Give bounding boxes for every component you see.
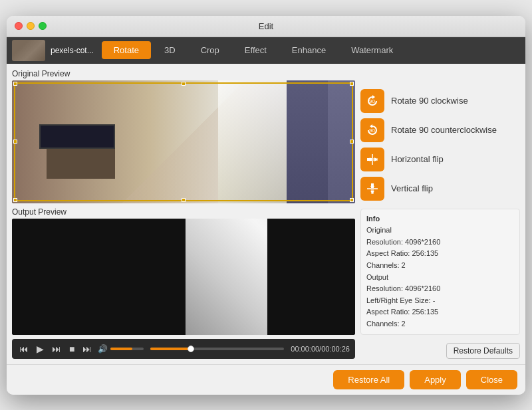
file-name: pexels-cot... — [51, 46, 94, 55]
svg-text:90: 90 — [369, 128, 375, 134]
rotate-ccw-label: Rotate 90 counterclockwise — [391, 125, 497, 135]
selection-border — [14, 82, 353, 201]
playback-controls: ⏮ ▶ ⏭ ■ ⏭ 🔊 00:00:00/00:00:26 — [12, 339, 355, 359]
output-preview-label: Output Preview — [12, 207, 355, 217]
svg-marker-10 — [370, 183, 374, 187]
handle-br — [350, 198, 354, 202]
maximize-traffic-light[interactable] — [39, 22, 47, 30]
end-button[interactable]: ⏭ — [80, 342, 94, 356]
right-panel: 90 Rotate 90 clockwise 90 Rotate 90 coun… — [360, 69, 520, 359]
restore-all-button[interactable]: Restore All — [333, 370, 404, 389]
original-preview-section: Original Preview — [12, 69, 355, 203]
volume-bar[interactable] — [110, 348, 144, 350]
original-room-scene — [12, 80, 355, 203]
info-output-aspect: Aspect Ratio: 256:135 — [366, 306, 514, 318]
info-output-title: Output — [366, 272, 514, 284]
handle-tl — [13, 82, 17, 86]
progress-bar[interactable] — [150, 348, 284, 350]
minimize-traffic-light[interactable] — [27, 22, 35, 30]
hflip-label: Horizontal flip — [391, 154, 444, 164]
tab-bar: Rotate 3D Crop Effect Enhance Watermark — [102, 41, 520, 59]
tab-enhance[interactable]: Enhance — [280, 41, 338, 59]
handle-bl — [13, 198, 17, 202]
rotate-cw-label: Rotate 90 clockwise — [391, 96, 468, 106]
vflip-label: Vertical flip — [391, 183, 433, 193]
handle-tr — [350, 82, 354, 86]
traffic-lights — [15, 22, 47, 30]
rotate-ccw-icon: 90 — [360, 118, 384, 142]
tab-effect[interactable]: Effect — [233, 41, 279, 59]
svg-marker-11 — [370, 191, 374, 194]
rotate-options: 90 Rotate 90 clockwise 90 Rotate 90 coun… — [360, 69, 520, 201]
output-scene — [12, 219, 355, 335]
main-window: Edit pexels-cot... Rotate 3D Crop Effect… — [7, 16, 525, 395]
svg-text:90: 90 — [369, 98, 375, 104]
rotate-cw-button[interactable]: 90 Rotate 90 clockwise — [360, 89, 520, 113]
toolbar: pexels-cot... Rotate 3D Crop Effect Enha… — [7, 37, 525, 64]
info-original-aspect: Aspect Ratio: 256:135 — [366, 248, 514, 260]
restore-defaults-button[interactable]: Restore Defaults — [446, 343, 520, 359]
apply-button[interactable]: Apply — [410, 370, 461, 389]
info-output-channels: Channels: 2 — [366, 318, 514, 330]
window-title: Edit — [259, 21, 273, 31]
svg-marker-5 — [367, 157, 370, 161]
rotate-cw-icon: 90 — [360, 89, 384, 113]
svg-marker-6 — [374, 157, 378, 161]
tab-crop[interactable]: Crop — [189, 41, 231, 59]
close-traffic-light[interactable] — [15, 22, 23, 30]
volume-fill — [110, 348, 132, 350]
left-panel: Original Preview — [12, 69, 355, 359]
info-panel: Info Original Resolution: 4096*2160 Aspe… — [360, 209, 520, 335]
info-original-channels: Channels: 2 — [366, 260, 514, 272]
output-scene-inner — [186, 219, 267, 335]
output-preview-section: Output Preview — [12, 207, 355, 335]
volume-icon: 🔊 — [98, 344, 108, 354]
bottom-bar: Restore All Apply Close — [7, 364, 525, 395]
tab-rotate[interactable]: Rotate — [102, 41, 151, 59]
main-content: Original Preview — [7, 64, 525, 364]
vflip-button[interactable]: Vertical flip — [360, 177, 520, 201]
skip-forward-button[interactable]: ⏭ — [50, 342, 63, 356]
time-display: 00:00:00/00:00:26 — [291, 345, 350, 353]
restore-defaults-area: Restore Defaults — [360, 343, 520, 359]
handle-bc — [182, 198, 186, 202]
rotate-ccw-button[interactable]: 90 Rotate 90 counterclockwise — [360, 118, 520, 142]
stop-button[interactable]: ■ — [67, 342, 76, 356]
hflip-button[interactable]: Horizontal flip — [360, 148, 520, 171]
progress-fill — [150, 348, 190, 350]
file-thumbnail — [12, 40, 45, 61]
info-output-eye-size: Left/Right Eye Size: - — [366, 295, 514, 307]
close-button[interactable]: Close — [466, 370, 517, 389]
info-output-resolution: Resolution: 4096*2160 — [366, 283, 514, 295]
volume-area: 🔊 — [98, 344, 144, 354]
vflip-icon — [360, 177, 384, 201]
info-title: Info — [366, 213, 514, 225]
original-preview-box — [12, 80, 355, 203]
title-bar: Edit — [7, 16, 525, 37]
output-preview-box — [12, 219, 355, 335]
progress-thumb[interactable] — [188, 346, 194, 352]
handle-tc — [182, 82, 186, 86]
info-original-title: Original — [366, 225, 514, 237]
tab-3d[interactable]: 3D — [152, 41, 188, 59]
handle-ml — [13, 140, 17, 144]
skip-back-button[interactable]: ⏮ — [17, 342, 31, 356]
handle-mr — [350, 140, 354, 144]
original-preview-label: Original Preview — [12, 69, 355, 78]
hflip-icon — [360, 148, 384, 171]
info-original-resolution: Resolution: 4096*2160 — [366, 237, 514, 249]
tab-watermark[interactable]: Watermark — [339, 41, 405, 59]
play-button[interactable]: ▶ — [35, 342, 46, 356]
